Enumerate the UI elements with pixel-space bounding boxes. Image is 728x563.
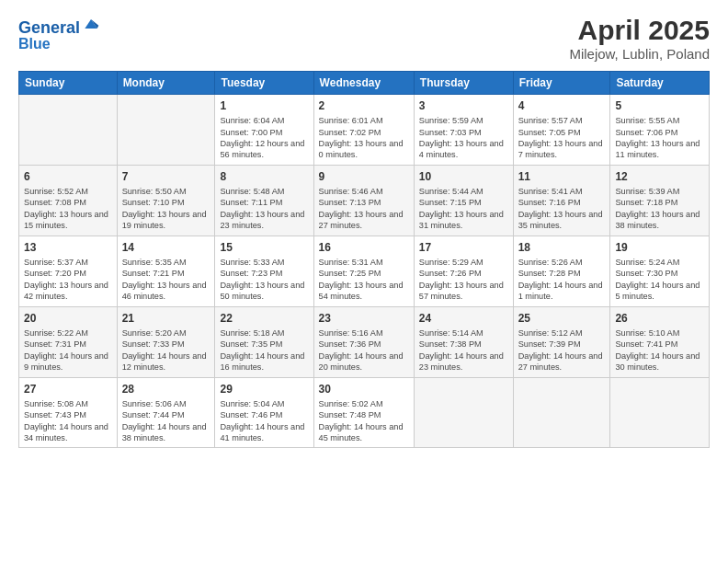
day-number: 19 [615, 240, 704, 255]
logo-blue: Blue [18, 36, 100, 52]
day-number: 17 [419, 240, 508, 255]
table-row: 25Sunrise: 5:12 AM Sunset: 7:39 PM Dayli… [513, 306, 610, 377]
calendar-body: 1Sunrise: 6:04 AM Sunset: 7:00 PM Daylig… [19, 95, 710, 448]
col-wednesday: Wednesday [313, 72, 414, 95]
table-row: 14Sunrise: 5:35 AM Sunset: 7:21 PM Dayli… [117, 236, 215, 306]
table-row: 11Sunrise: 5:41 AM Sunset: 7:16 PM Dayli… [513, 165, 610, 236]
calendar-week-row: 20Sunrise: 5:22 AM Sunset: 7:31 PM Dayli… [19, 306, 710, 377]
day-number: 28 [122, 382, 210, 396]
day-number: 23 [319, 311, 409, 326]
table-row: 3Sunrise: 5:59 AM Sunset: 7:03 PM Daylig… [414, 95, 513, 166]
day-info: Sunrise: 5:06 AM Sunset: 7:44 PM Dayligh… [122, 398, 210, 444]
page-subtitle: Milejow, Lublin, Poland [569, 46, 710, 62]
page: General Blue April 2025 Milejow, Lublin,… [0, 0, 728, 563]
page-title: April 2025 [569, 15, 710, 46]
table-row: 22Sunrise: 5:18 AM Sunset: 7:35 PM Dayli… [215, 306, 313, 377]
day-number: 25 [518, 311, 606, 326]
day-number: 13 [24, 240, 112, 255]
day-number: 15 [220, 240, 308, 255]
day-number: 24 [419, 311, 508, 326]
calendar-week-row: 27Sunrise: 5:08 AM Sunset: 7:43 PM Dayli… [19, 377, 710, 448]
day-info: Sunrise: 5:14 AM Sunset: 7:38 PM Dayligh… [419, 327, 508, 373]
table-row: 23Sunrise: 5:16 AM Sunset: 7:36 PM Dayli… [313, 306, 414, 377]
day-number: 12 [615, 169, 704, 184]
day-number: 9 [319, 169, 409, 184]
day-info: Sunrise: 5:04 AM Sunset: 7:46 PM Dayligh… [220, 398, 308, 444]
table-row: 6Sunrise: 5:52 AM Sunset: 7:08 PM Daylig… [19, 165, 118, 236]
table-row [19, 95, 118, 166]
table-row: 30Sunrise: 5:02 AM Sunset: 7:48 PM Dayli… [313, 377, 414, 448]
day-number: 29 [220, 382, 308, 396]
day-info: Sunrise: 5:39 AM Sunset: 7:18 PM Dayligh… [615, 186, 704, 232]
table-row [513, 377, 610, 448]
day-info: Sunrise: 5:31 AM Sunset: 7:25 PM Dayligh… [319, 257, 409, 303]
day-info: Sunrise: 5:33 AM Sunset: 7:23 PM Dayligh… [220, 257, 308, 303]
day-number: 30 [319, 382, 409, 396]
title-block: April 2025 Milejow, Lublin, Poland [569, 15, 710, 62]
day-info: Sunrise: 5:41 AM Sunset: 7:16 PM Dayligh… [518, 186, 606, 232]
table-row: 4Sunrise: 5:57 AM Sunset: 7:05 PM Daylig… [513, 95, 610, 166]
day-info: Sunrise: 5:20 AM Sunset: 7:33 PM Dayligh… [122, 327, 210, 373]
table-row: 13Sunrise: 5:37 AM Sunset: 7:20 PM Dayli… [19, 236, 118, 306]
table-row: 19Sunrise: 5:24 AM Sunset: 7:30 PM Dayli… [610, 236, 710, 306]
day-info: Sunrise: 5:57 AM Sunset: 7:05 PM Dayligh… [518, 115, 606, 161]
day-number: 5 [615, 98, 704, 113]
table-row [117, 95, 215, 166]
table-row: 2Sunrise: 6:01 AM Sunset: 7:02 PM Daylig… [313, 95, 414, 166]
table-row: 15Sunrise: 5:33 AM Sunset: 7:23 PM Dayli… [215, 236, 313, 306]
day-info: Sunrise: 5:12 AM Sunset: 7:39 PM Dayligh… [518, 327, 606, 373]
table-row: 9Sunrise: 5:46 AM Sunset: 7:13 PM Daylig… [313, 165, 414, 236]
table-row: 29Sunrise: 5:04 AM Sunset: 7:46 PM Dayli… [215, 377, 313, 448]
day-number: 26 [615, 311, 704, 326]
day-info: Sunrise: 5:52 AM Sunset: 7:08 PM Dayligh… [24, 186, 112, 232]
day-number: 2 [319, 98, 409, 113]
calendar-week-row: 6Sunrise: 5:52 AM Sunset: 7:08 PM Daylig… [19, 165, 710, 236]
day-info: Sunrise: 5:37 AM Sunset: 7:20 PM Dayligh… [24, 257, 112, 303]
calendar-header-row: Sunday Monday Tuesday Wednesday Thursday… [19, 72, 710, 95]
table-row: 16Sunrise: 5:31 AM Sunset: 7:25 PM Dayli… [313, 236, 414, 306]
calendar-table: Sunday Monday Tuesday Wednesday Thursday… [18, 71, 710, 448]
day-number: 18 [518, 240, 606, 255]
table-row: 26Sunrise: 5:10 AM Sunset: 7:41 PM Dayli… [610, 306, 710, 377]
day-number: 4 [518, 98, 606, 113]
day-number: 1 [220, 98, 308, 113]
table-row: 10Sunrise: 5:44 AM Sunset: 7:15 PM Dayli… [414, 165, 513, 236]
day-number: 14 [122, 240, 210, 255]
table-row: 28Sunrise: 5:06 AM Sunset: 7:44 PM Dayli… [117, 377, 215, 448]
table-row: 17Sunrise: 5:29 AM Sunset: 7:26 PM Dayli… [414, 236, 513, 306]
col-thursday: Thursday [414, 72, 513, 95]
day-info: Sunrise: 5:24 AM Sunset: 7:30 PM Dayligh… [615, 257, 704, 303]
day-info: Sunrise: 5:10 AM Sunset: 7:41 PM Dayligh… [615, 327, 704, 373]
day-info: Sunrise: 5:35 AM Sunset: 7:21 PM Dayligh… [122, 257, 210, 303]
day-number: 20 [24, 311, 112, 326]
day-info: Sunrise: 5:08 AM Sunset: 7:43 PM Dayligh… [24, 398, 112, 444]
day-number: 22 [220, 311, 308, 326]
table-row: 7Sunrise: 5:50 AM Sunset: 7:10 PM Daylig… [117, 165, 215, 236]
day-info: Sunrise: 5:16 AM Sunset: 7:36 PM Dayligh… [319, 327, 409, 373]
table-row [610, 377, 710, 448]
col-monday: Monday [117, 72, 215, 95]
day-info: Sunrise: 6:01 AM Sunset: 7:02 PM Dayligh… [319, 115, 409, 161]
col-tuesday: Tuesday [215, 72, 313, 95]
table-row [414, 377, 513, 448]
day-info: Sunrise: 5:22 AM Sunset: 7:31 PM Dayligh… [24, 327, 112, 373]
logo-icon [82, 15, 100, 33]
day-number: 6 [24, 169, 112, 184]
day-number: 16 [319, 240, 409, 255]
table-row: 5Sunrise: 5:55 AM Sunset: 7:06 PM Daylig… [610, 95, 710, 166]
day-info: Sunrise: 5:44 AM Sunset: 7:15 PM Dayligh… [419, 186, 508, 232]
col-friday: Friday [513, 72, 610, 95]
day-info: Sunrise: 5:59 AM Sunset: 7:03 PM Dayligh… [419, 115, 508, 161]
table-row: 20Sunrise: 5:22 AM Sunset: 7:31 PM Dayli… [19, 306, 118, 377]
day-info: Sunrise: 5:29 AM Sunset: 7:26 PM Dayligh… [419, 257, 508, 303]
calendar-week-row: 13Sunrise: 5:37 AM Sunset: 7:20 PM Dayli… [19, 236, 710, 306]
day-info: Sunrise: 5:26 AM Sunset: 7:28 PM Dayligh… [518, 257, 606, 303]
day-info: Sunrise: 5:02 AM Sunset: 7:48 PM Dayligh… [319, 398, 409, 444]
day-number: 8 [220, 169, 308, 184]
table-row: 18Sunrise: 5:26 AM Sunset: 7:28 PM Dayli… [513, 236, 610, 306]
header: General Blue April 2025 Milejow, Lublin,… [18, 15, 710, 62]
day-number: 27 [24, 382, 112, 396]
col-sunday: Sunday [19, 72, 118, 95]
day-info: Sunrise: 5:46 AM Sunset: 7:13 PM Dayligh… [319, 186, 409, 232]
day-info: Sunrise: 5:50 AM Sunset: 7:10 PM Dayligh… [122, 186, 210, 232]
